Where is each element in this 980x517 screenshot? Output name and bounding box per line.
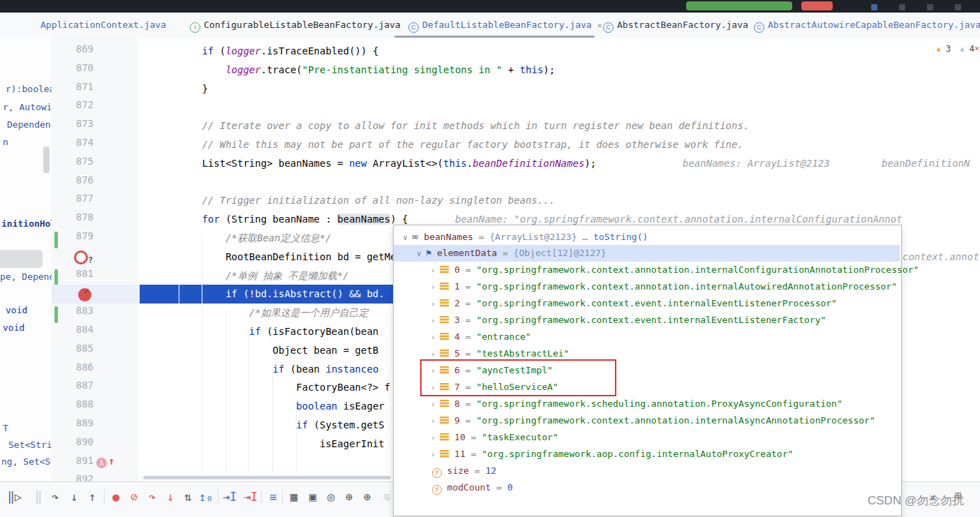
horizontal-scrollbar-thumb[interactable] bbox=[143, 476, 391, 479]
code-token: (bean bbox=[284, 364, 325, 375]
mute-breakpoints-icon[interactable]: ⊘ bbox=[126, 488, 142, 506]
code-token: this bbox=[443, 158, 467, 169]
structure-item-fragment: n bbox=[3, 137, 8, 147]
tab-abstractbeanfactory-java[interactable]: CAbstractBeanFactory.java bbox=[603, 13, 748, 38]
field-icon: f bbox=[432, 485, 442, 495]
debugger-variables-popup[interactable]: ∨ ∞ beanNames = {ArrayList@2123} … toStr… bbox=[393, 225, 902, 516]
force-run-to-cursor-icon[interactable]: ⇥I bbox=[243, 488, 258, 506]
tab-configurablelistablebeanfactory-java[interactable]: IConfigurableListableBeanFactory.java bbox=[190, 13, 401, 38]
pause-icon[interactable]: ‖ bbox=[31, 488, 46, 506]
array-item-row[interactable]: › 9 = "org.springframework.context.annot… bbox=[394, 412, 900, 429]
array-element-icon bbox=[440, 266, 449, 274]
structure-item-fragment: pe, Depende bbox=[0, 271, 52, 282]
force-step-over-icon[interactable]: ↷ bbox=[144, 488, 160, 506]
code-token: Object bean = getB bbox=[155, 345, 378, 356]
structure-item-fragment: initionHold bbox=[1, 218, 52, 229]
array-item-row[interactable]: › 2 = "org.springframework.context.event… bbox=[394, 295, 900, 312]
force-step-into-icon[interactable]: ↓ bbox=[163, 488, 178, 506]
chevron-right-icon: › bbox=[394, 333, 440, 342]
evaluate-expression-icon[interactable]: ▦ bbox=[286, 488, 302, 506]
variable-row-elementdata[interactable]: ∨ ⚑ elementData = {Object[12]@2127} bbox=[394, 245, 900, 262]
code-token: // Iterate over a copy to allow for init… bbox=[202, 120, 749, 131]
code-token bbox=[155, 400, 296, 412]
array-item-row[interactable]: › 8 = "org.springframework.scheduling.an… bbox=[394, 396, 900, 412]
drop-frame-icon[interactable]: ● bbox=[108, 488, 124, 506]
code-token: isEagerInit bbox=[155, 438, 385, 449]
code-token: /*获取Bean定义信息*/ bbox=[225, 232, 331, 243]
line-number: 872 bbox=[52, 99, 94, 110]
code-line: boolean isEager bbox=[155, 397, 385, 416]
navigate-up-arrow-icon[interactable]: ↑ bbox=[108, 455, 114, 467]
titlebar-icon[interactable] bbox=[871, 4, 877, 10]
tab-label: DefaultListableBeanFactory.java bbox=[422, 20, 592, 30]
line-number: 884 bbox=[52, 324, 94, 335]
equals: = bbox=[466, 432, 482, 442]
step-over-icon[interactable]: ↷ bbox=[47, 488, 63, 506]
array-item-row[interactable]: › 11 = "org.springframework.aop.config.i… bbox=[394, 446, 900, 463]
line-number: 877 bbox=[52, 193, 94, 204]
structure-item-fragment: Dependency bbox=[7, 119, 52, 130]
code-token: ); bbox=[543, 64, 555, 75]
field-row-modcount[interactable]: f modCount = 0 bbox=[394, 479, 900, 496]
run-to-cursor-icon[interactable]: ⇥I bbox=[222, 488, 237, 506]
code-token: beanNames bbox=[337, 213, 390, 225]
array-item-row[interactable]: › 4 = "entrance" bbox=[394, 329, 900, 345]
step-out-of-code-block-icon[interactable]: ↥₀ bbox=[198, 488, 214, 506]
code-line: RootBeanDefinition bd = getMerg bbox=[155, 248, 408, 267]
titlebar-icon[interactable] bbox=[927, 4, 933, 10]
line-number: 891 bbox=[52, 455, 94, 466]
line-number: 881 bbox=[52, 268, 94, 279]
field-row-size[interactable]: f size = 12 bbox=[394, 463, 900, 479]
array-item-row[interactable]: › 0 = "org.springframework.context.annot… bbox=[394, 262, 900, 278]
interface-icon: I bbox=[190, 22, 200, 33]
array-index: 8 bbox=[449, 398, 460, 409]
more-options-icon[interactable]: ≋ bbox=[379, 488, 394, 506]
titlebar-icon[interactable] bbox=[899, 4, 905, 10]
analyze-grid-1-icon[interactable]: ⊕ bbox=[341, 488, 357, 506]
stop-button[interactable] bbox=[801, 1, 833, 10]
tab-defaultlistablebeanfactory-java[interactable]: CDefaultListableBeanFactory.java✕ bbox=[408, 13, 602, 38]
code-token: (System.getS bbox=[308, 419, 385, 430]
chevron-right-icon: › bbox=[394, 316, 440, 325]
toolbar-separator bbox=[261, 489, 262, 504]
array-index: 5 bbox=[449, 348, 460, 359]
lambda-gutter-icon[interactable]: λ bbox=[96, 458, 107, 468]
run-button[interactable] bbox=[686, 1, 792, 10]
field-value: 12 bbox=[485, 465, 496, 476]
array-item-row[interactable]: › 10 = "taskExecutor" bbox=[394, 429, 900, 446]
inspection-widget[interactable]: ▲ 3 ▲ 4 bbox=[937, 44, 974, 54]
array-item-row[interactable]: › 3 = "org.springframework.context.event… bbox=[394, 312, 900, 329]
field-name: size bbox=[442, 465, 469, 476]
tab-applicationcontext-java[interactable]: ApplicationContext.java bbox=[40, 13, 166, 38]
change-marker bbox=[54, 269, 58, 286]
step-out-icon[interactable]: ↑ bbox=[84, 488, 100, 506]
step-into-icon[interactable]: ↓ bbox=[66, 488, 82, 506]
show-execution-point-icon[interactable]: ‖▷ bbox=[7, 488, 22, 506]
trace-stream-chain-icon[interactable]: ≡ bbox=[265, 488, 281, 506]
array-value: "entrance" bbox=[476, 331, 530, 342]
line-number: 885 bbox=[52, 343, 94, 354]
field-indent bbox=[394, 482, 432, 493]
structure-scrollbar-thumb[interactable] bbox=[43, 147, 50, 173]
code-token: isEager bbox=[337, 400, 384, 412]
question-breakpoint-icon[interactable] bbox=[74, 250, 88, 264]
tab-abstractautowirecapablebeanfactory-java[interactable]: CAbstractAutowireCapableBeanFactory.java bbox=[754, 13, 980, 38]
code-token: /*单例 抽象 不是懒加载*/ bbox=[225, 270, 349, 281]
array-item-row[interactable]: › 1 = "org.springframework.context.annot… bbox=[394, 278, 900, 295]
code-token bbox=[155, 419, 296, 430]
code-token: ArrayList<>( bbox=[366, 158, 443, 169]
capture-snapshot-icon[interactable]: ◎ bbox=[323, 488, 339, 506]
code-token: new bbox=[349, 158, 366, 169]
quick-evaluate-icon[interactable]: ▣ bbox=[305, 488, 320, 506]
smart-step-into-icon[interactable]: ⇅ bbox=[180, 488, 195, 506]
code-token: ) { bbox=[390, 213, 408, 225]
watch-row-beannames[interactable]: ∨ ∞ beanNames = {ArrayList@2123} … toStr… bbox=[394, 228, 900, 245]
code-token bbox=[155, 64, 225, 75]
titlebar-icon[interactable] bbox=[955, 4, 961, 10]
variable-name: elementData bbox=[437, 248, 497, 258]
code-token: logger bbox=[225, 64, 261, 75]
array-index: 10 bbox=[449, 432, 465, 442]
code-token: // Trigger initialization of all non-laz… bbox=[202, 195, 555, 206]
structure-item-fragment: void bbox=[6, 305, 27, 315]
analyze-grid-2-icon[interactable]: ⊕ bbox=[359, 488, 375, 506]
